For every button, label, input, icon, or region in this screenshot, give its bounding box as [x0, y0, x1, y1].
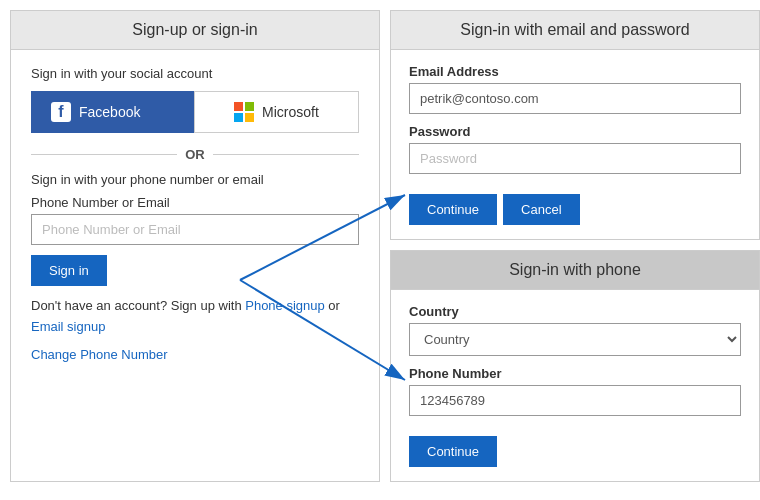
right-panels: Sign-in with email and password Email Ad… [390, 10, 760, 482]
phone-number-input[interactable] [409, 385, 741, 416]
phone-panel-header: Sign-in with phone [391, 251, 759, 290]
facebook-button[interactable]: f Facebook [31, 91, 194, 133]
social-buttons: f Facebook Microsoft [31, 91, 359, 133]
facebook-icon: f [51, 102, 71, 122]
email-address-label: Email Address [409, 64, 741, 79]
phone-field-label: Phone Number or Email [31, 195, 359, 210]
facebook-label: Facebook [79, 104, 140, 120]
microsoft-icon [234, 102, 254, 122]
country-label: Country [409, 304, 741, 319]
phone-number-label: Phone Number [409, 366, 741, 381]
signin-button[interactable]: Sign in [31, 255, 107, 286]
phone-panel: Sign-in with phone Country Country Phone… [390, 250, 760, 482]
email-password-panel: Sign-in with email and password Email Ad… [390, 10, 760, 240]
microsoft-label: Microsoft [262, 104, 319, 120]
left-panel-header: Sign-up or sign-in [11, 11, 379, 50]
phone-email-input[interactable] [31, 214, 359, 245]
phone-email-prompt: Sign in with your phone number or email [31, 172, 359, 187]
phone-signup-link[interactable]: Phone signup [245, 298, 325, 313]
signup-signin-panel: Sign-up or sign-in Sign in with your soc… [10, 10, 380, 482]
change-phone-link[interactable]: Change Phone Number [31, 347, 168, 362]
email-signup-link[interactable]: Email signup [31, 319, 105, 334]
country-select[interactable]: Country [409, 323, 741, 356]
email-continue-button[interactable]: Continue [409, 194, 497, 225]
signup-text: Don't have an account? Sign up with Phon… [31, 296, 359, 338]
phone-continue-button[interactable]: Continue [409, 436, 497, 467]
password-label: Password [409, 124, 741, 139]
email-panel-header: Sign-in with email and password [391, 11, 759, 50]
social-label: Sign in with your social account [31, 66, 359, 81]
password-input[interactable] [409, 143, 741, 174]
or-divider: OR [31, 147, 359, 162]
cancel-button[interactable]: Cancel [503, 194, 579, 225]
email-address-input[interactable] [409, 83, 741, 114]
microsoft-button[interactable]: Microsoft [194, 91, 359, 133]
